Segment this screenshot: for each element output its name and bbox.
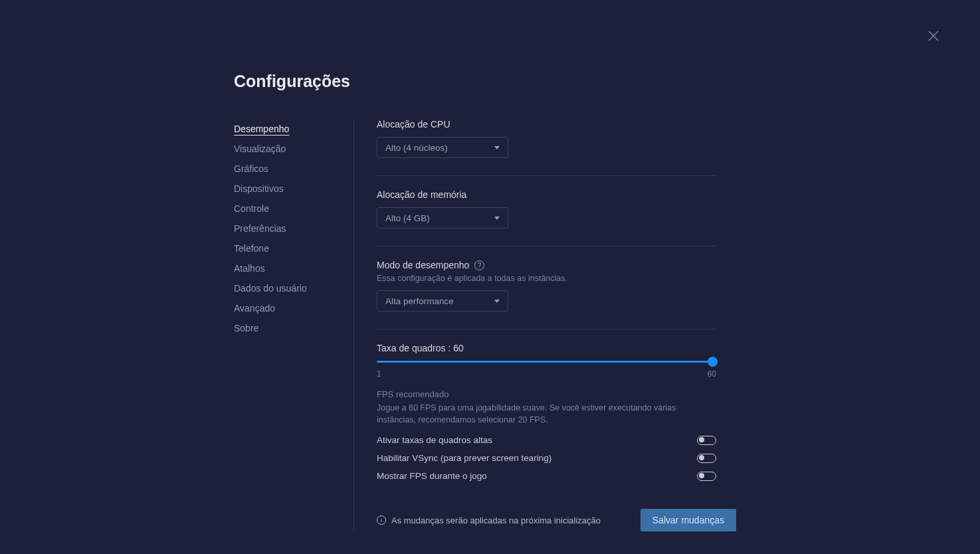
memory-label: Alocação de memória — [377, 189, 744, 200]
slider-min: 1 — [377, 369, 381, 379]
cpu-select-value: Alto (4 núcleos) — [385, 143, 448, 153]
perfmode-select-value: Alta performance — [385, 296, 454, 306]
framerate-label: Taxa de quadros : 60 — [377, 343, 744, 353]
sidebar-item-dispositivos[interactable]: Dispositivos — [234, 179, 340, 199]
toggle-show-fps-label: Mostrar FPS durante o jogo — [377, 471, 487, 481]
framerate-slider[interactable] — [377, 361, 716, 363]
close-button[interactable] — [927, 29, 940, 43]
toggle-show-fps[interactable] — [697, 472, 716, 481]
chevron-down-icon — [494, 146, 500, 149]
sidebar-item-atalhos[interactable]: Atalhos — [234, 258, 340, 278]
sidebar-item-preferencias[interactable]: Preferências — [234, 219, 340, 238]
slider-max: 60 — [708, 369, 716, 379]
sidebar-item-telefone[interactable]: Telefone — [234, 238, 340, 258]
perfmode-label: Modo de desempenho ? — [377, 260, 744, 270]
fps-recommended-title: FPS recomendado — [377, 389, 744, 399]
perfmode-sublabel: Essa configuração é aplicada a todas as … — [377, 274, 744, 283]
sidebar-item-dados-usuario[interactable]: Dados do usuário — [234, 278, 340, 298]
save-button[interactable]: Salvar mudanças — [640, 509, 736, 531]
toggle-vsync[interactable] — [697, 454, 716, 463]
toggle-high-fps[interactable] — [697, 436, 716, 445]
chevron-down-icon — [494, 217, 500, 220]
chevron-down-icon — [494, 300, 500, 303]
cpu-select[interactable]: Alto (4 núcleos) — [377, 137, 508, 158]
help-icon[interactable]: ? — [474, 260, 484, 270]
sidebar-item-desempenho[interactable]: Desempenho — [234, 119, 340, 139]
info-icon: i — [377, 515, 386, 525]
page-title: Configurações — [234, 72, 744, 91]
toggle-vsync-label: Habilitar VSync (para prever screen tear… — [377, 453, 551, 463]
memory-select[interactable]: Alto (4 GB) — [377, 207, 508, 229]
fps-recommended-desc: Jogue a 60 FPS para uma jogabilidade sua… — [377, 403, 716, 426]
sidebar-item-controle[interactable]: Controle — [234, 199, 340, 219]
sidebar-item-graficos[interactable]: Gráficos — [234, 159, 340, 179]
divider — [377, 175, 716, 176]
divider — [377, 246, 716, 246]
footer-note: i As mudanças serão aplicadas na próxima… — [377, 515, 601, 525]
slider-thumb[interactable] — [708, 357, 718, 367]
divider — [377, 329, 716, 329]
perfmode-select[interactable]: Alta performance — [377, 290, 508, 312]
sidebar-item-avancado[interactable]: Avançado — [234, 298, 340, 318]
sidebar: Desempenho Visualização Gráficos Disposi… — [234, 119, 354, 531]
sidebar-item-visualizacao[interactable]: Visualização — [234, 139, 340, 159]
cpu-label: Alocação de CPU — [377, 119, 744, 130]
sidebar-item-sobre[interactable]: Sobre — [234, 318, 340, 338]
main-panel: Alocação de CPU Alto (4 núcleos) Alocaçã… — [354, 119, 744, 531]
toggle-high-fps-label: Ativar taxas de quadros altas — [377, 435, 492, 445]
memory-select-value: Alto (4 GB) — [385, 213, 430, 223]
close-icon — [927, 29, 940, 43]
